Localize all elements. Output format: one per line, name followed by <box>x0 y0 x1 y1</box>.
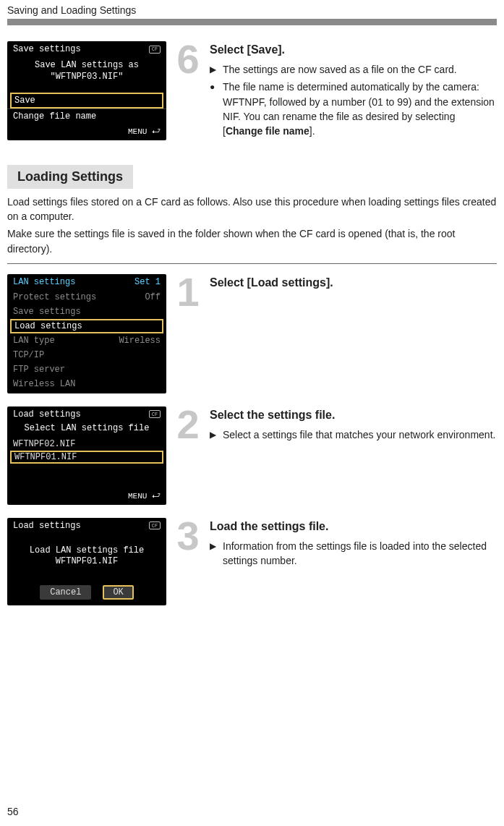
step3-bullet-1: ▶ Information from the settings file is … <box>210 539 497 569</box>
loading-settings-heading: Loading Settings <box>7 165 133 189</box>
step-number-2: 2 <box>166 406 210 443</box>
menu-label-2: MENU <box>128 492 147 501</box>
step-2-row: Load settings CF Select LAN settings fil… <box>7 406 497 505</box>
step-1-title: Select [Load settings]. <box>210 274 497 291</box>
step-1-row: LAN settings Set 1 Protect settings Off … <box>7 274 497 393</box>
loading-para-1: Load settings files stored on a CF card … <box>7 195 497 224</box>
ss2-title: Load settings <box>13 409 81 420</box>
menu-label: MENU <box>128 127 147 136</box>
lan-row-protect[interactable]: Protect settings Off <box>7 290 166 305</box>
ss6-option-save[interactable]: Save <box>10 93 163 108</box>
step-number-6: 6 <box>166 41 210 77</box>
step-3-text: Load the settings file. ▶ Information fr… <box>210 518 497 571</box>
step-number-3: 3 <box>166 518 210 554</box>
page-number: 56 <box>7 806 19 817</box>
r5l: FTP server <box>13 365 65 375</box>
r1l: Save settings <box>13 307 81 317</box>
ss2-subtitle: Select LAN settings file <box>7 421 166 438</box>
cf-card-icon: CF <box>149 410 161 418</box>
lan-row-tcpip[interactable]: TCP/IP <box>7 348 166 362</box>
step-3-title: Load the settings file. <box>210 518 497 535</box>
step-2-title: Select the settings file. <box>210 406 497 423</box>
loading-para-2: Make sure the settings file is saved in … <box>7 226 497 256</box>
step-2-text: Select the settings file. ▶ Select a set… <box>210 406 497 445</box>
lan-row-ftp[interactable]: FTP server <box>7 362 166 377</box>
lan-row-load[interactable]: Load settings <box>10 319 163 333</box>
ss6-title: Save settings <box>13 44 81 54</box>
b2-after: ]. <box>309 125 315 137</box>
return-icon: ⮐ <box>152 491 161 501</box>
step3-bullet-1-text: Information from the settings file is lo… <box>223 539 497 569</box>
return-icon: ⮐ <box>152 127 161 137</box>
screenshot-load-file: Load settings CF Load LAN settings file … <box>7 518 166 605</box>
header-divider <box>7 19 497 25</box>
ss2-menu-footer: MENU ⮐ <box>7 488 166 505</box>
file-row-1[interactable]: WFTNPF02.NIF <box>7 438 166 451</box>
r0l: Protect settings <box>13 292 96 302</box>
ss3-title: Load settings <box>13 521 81 531</box>
screenshot-select-file: Load settings CF Select LAN settings fil… <box>7 406 166 505</box>
lan-row-wlan[interactable]: Wireless LAN <box>7 377 166 393</box>
r3l: LAN type <box>13 336 55 346</box>
step6-bullet-1-text: The settings are now saved as a file on … <box>223 62 457 77</box>
ss1-header-left: LAN settings <box>13 277 75 287</box>
r0r: Off <box>145 292 161 302</box>
step-number-1: 1 <box>166 274 210 310</box>
ss6-option-change[interactable]: Change file name <box>7 108 166 124</box>
cancel-button[interactable]: Cancel <box>40 585 91 600</box>
ss3-line2: WFTNPF01.NIF <box>7 556 166 568</box>
lan-row-lantype[interactable]: LAN type Wireless <box>7 333 166 348</box>
play-icon: ▶ <box>210 539 223 569</box>
step-3-row: Load settings CF Load LAN settings file … <box>7 518 497 605</box>
step6-bullet-2: ● The file name is determined automatica… <box>210 80 497 138</box>
r6l: Wireless LAN <box>13 379 75 389</box>
b2-bold: Change file name <box>226 125 309 137</box>
lan-row-save[interactable]: Save settings <box>7 305 166 319</box>
cf-card-icon: CF <box>149 46 161 54</box>
screenshot-save-settings: Save settings CF Save LAN settings as "W… <box>7 41 166 140</box>
play-icon: ▶ <box>210 62 223 77</box>
ss1-header-right: Set 1 <box>134 277 161 287</box>
step2-bullet-1: ▶ Select a settings file that matches yo… <box>210 427 497 442</box>
step6-bullet-1: ▶ The settings are now saved as a file o… <box>210 62 497 77</box>
play-icon: ▶ <box>210 427 223 442</box>
r2l: Load settings <box>14 321 82 331</box>
step-6-row: Save settings CF Save LAN settings as "W… <box>7 41 497 142</box>
step-6-title: Select [Save]. <box>210 41 497 58</box>
step2-bullet-1-text: Select a settings file that matches your… <box>223 427 495 442</box>
step6-bullet-2-text: The file name is determined automaticall… <box>223 80 497 138</box>
ss6-menu-footer: MENU ⮐ <box>7 124 166 140</box>
r3r: Wireless <box>119 336 161 346</box>
screenshot-lan-settings: LAN settings Set 1 Protect settings Off … <box>7 274 166 393</box>
cf-card-icon: CF <box>149 521 161 529</box>
ss6-line2: "WFTNPF03.NIF" <box>7 72 166 83</box>
file-row-2[interactable]: WFTNPF01.NIF <box>10 451 163 464</box>
ok-button[interactable]: OK <box>103 585 133 600</box>
r4l: TCP/IP <box>13 350 44 360</box>
step-6-text: Select [Save]. ▶ The settings are now sa… <box>210 41 497 142</box>
page-header: Saving and Loading Settings <box>7 0 497 19</box>
section-divider <box>7 263 497 264</box>
step-1-text: Select [Load settings]. <box>210 274 497 295</box>
ss3-line1: Load LAN settings file <box>7 545 166 557</box>
ss6-line1: Save LAN settings as <box>7 60 166 72</box>
disc-icon: ● <box>210 80 223 138</box>
